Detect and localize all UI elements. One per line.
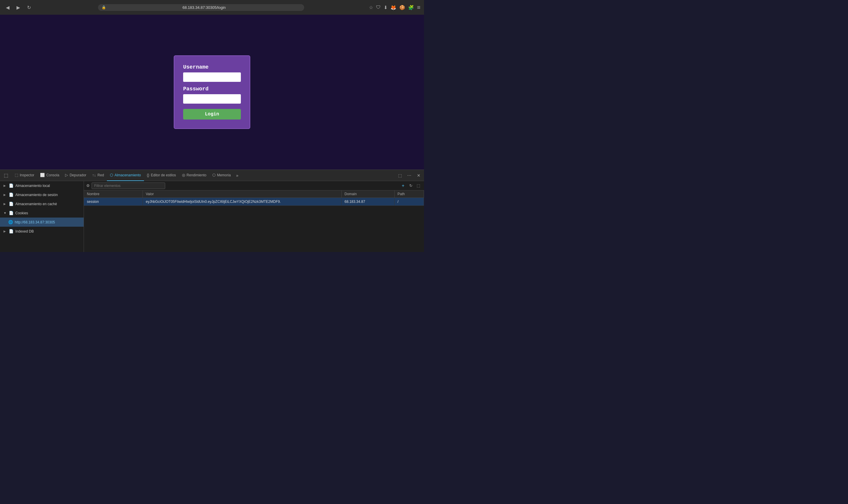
tab-network-label: Red [97,173,104,177]
tab-storage-label: Almacenamiento [114,173,141,177]
devtools-panel: ⬚ ⬚ Inspector ⬜ Consola ▷ Depurador ↑↓ R… [0,169,424,252]
download-icon[interactable]: ⬇ [384,5,387,10]
panel-toolbar: ⚙ + ↻ ⬚ [84,181,424,191]
tab-network[interactable]: ↑↓ Red [89,170,107,181]
sidebar-session-storage-label: Almacenamiento de sesión [15,193,58,197]
expand-arrow-icon: ▶ [3,230,7,233]
dock-button[interactable]: ⬚ [396,171,404,180]
devtools-responsive-btn[interactable]: ⬚ [1,171,11,180]
expand-arrow-icon: ▶ [3,184,7,187]
password-label: Password [183,86,241,92]
cache-storage-icon: 📄 [9,202,14,206]
username-label: Username [183,64,241,70]
menu-icon[interactable]: ≡ [417,4,420,11]
shield-icon[interactable]: 🛡 [376,5,381,10]
refresh-panel-button[interactable]: ↻ [408,182,414,189]
tab-style-label: Editor de estilos [151,173,176,177]
cell-path: / [395,198,424,205]
login-card: Username Password Login [174,55,250,129]
tab-debugger[interactable]: ▷ Depurador [62,170,89,181]
tab-performance-label: Rendimiento [187,173,206,177]
page-content: Username Password Login [0,15,424,169]
url-host: 68.183.34.87 [183,5,205,10]
cell-name: session [84,198,143,205]
filter-input[interactable] [92,182,165,189]
forward-button[interactable]: ▶ [14,3,22,12]
storage-icon: ⬡ [110,173,113,177]
close-devtools-button[interactable]: ✕ [415,171,423,180]
url-path: :30305/login [205,5,226,10]
login-button[interactable]: Login [183,109,241,120]
sidebar-item-session-storage[interactable]: ▶ 📄 Almacenamiento de sesión [0,190,84,199]
network-icon: ↑↓ [92,173,96,177]
password-input[interactable] [183,94,241,104]
devtools-right-actions: ⬚ ⋯ ✕ [396,171,423,180]
bookmark-icon[interactable]: ☆ [369,5,373,10]
extensions-icon[interactable]: 🧩 [408,5,414,10]
data-table: Nombre Valor Domain Path session eyJhbGc… [84,191,424,252]
refresh-button[interactable]: ↻ [25,3,33,12]
style-icon: {} [147,173,149,177]
back-button[interactable]: ◀ [3,3,12,12]
devtools-sidebar: ▶ 📄 Almacenamiento local ▶ 📄 Almacenamie… [0,181,84,252]
sidebar-cache-storage-label: Almacenamiento en caché [15,202,57,206]
header-value: Valor [143,191,342,198]
delete-entry-button[interactable]: ⬚ [415,182,422,189]
expand-arrow-cookies-icon: ▼ [3,211,7,215]
extension-cookie-icon[interactable]: 🍪 [399,5,405,10]
sidebar-cookies-url-label: http://68.183.34.87:30305 [15,220,55,224]
sidebar-item-cookies-url[interactable]: 🌐 http://68.183.34.87:30305 [0,218,84,227]
header-name: Nombre [84,191,143,198]
toolbar-right: ☆ 🛡 ⬇ 🦊 🍪 🧩 ≡ [369,4,420,11]
sidebar-local-storage-label: Almacenamiento local [15,184,50,188]
local-storage-icon: 📄 [9,183,14,188]
security-icon: 🔒 [102,5,106,10]
debugger-icon: ▷ [65,173,68,177]
session-storage-icon: 📄 [9,193,14,197]
tab-console[interactable]: ⬜ Consola [37,170,62,181]
cookies-url-icon: 🌐 [8,220,13,224]
console-icon: ⬜ [40,173,45,177]
devtools-tabs-bar: ⬚ ⬚ Inspector ⬜ Consola ▷ Depurador ↑↓ R… [0,170,424,181]
cookies-icon: 📄 [9,211,14,215]
settings-button[interactable]: ⋯ [405,171,413,180]
browser-chrome: ◀ ▶ ↻ 🔒 68.183.34.87:30305/login ☆ 🛡 ⬇ 🦊… [0,0,424,15]
add-entry-button[interactable]: + [400,182,406,189]
indexeddb-icon: 📄 [9,229,14,233]
tab-console-label: Consola [46,173,59,177]
tab-inspector[interactable]: ⬚ Inspector [12,170,37,181]
sidebar-indexeddb-label: Indexed DB [15,229,34,233]
tab-style-editor[interactable]: {} Editor de estilos [144,170,179,181]
extension-fox-icon[interactable]: 🦊 [391,5,396,10]
tab-storage[interactable]: ⬡ Almacenamiento [107,170,144,181]
tab-memory-label: Memoria [217,173,231,177]
username-input[interactable] [183,72,241,82]
cell-value: eyJhbGciOiJOT05FIiwidHlwIjoiSldUIn0.eyJp… [143,198,342,205]
memory-icon: ⬡ [212,173,216,177]
panel-toolbar-right: + ↻ ⬚ [400,182,422,189]
devtools-body: ▶ 📄 Almacenamiento local ▶ 📄 Almacenamie… [0,181,424,252]
sidebar-item-cache-storage[interactable]: ▶ 📄 Almacenamiento en caché [0,199,84,209]
sidebar-item-local-storage[interactable]: ▶ 📄 Almacenamiento local [0,181,84,190]
sidebar-cookies-label: Cookies [15,211,28,215]
url-display: 68.183.34.87:30305/login [108,5,301,10]
tab-debugger-label: Depurador [70,173,86,177]
table-row[interactable]: session eyJhbGciOiJOT05FIiwidHlwIjoiSldU… [84,198,424,206]
expand-arrow-icon: ▶ [3,202,7,205]
expand-arrow-icon: ▶ [3,193,7,196]
tab-performance[interactable]: ◎ Rendimiento [179,170,209,181]
tab-inspector-label: Inspector [20,173,34,177]
header-path: Path [395,191,424,198]
sidebar-item-cookies[interactable]: ▼ 📄 Cookies [0,209,84,218]
tab-memory[interactable]: ⬡ Memoria [209,170,234,181]
devtools-main-panel: ⚙ + ↻ ⬚ Nombre Valor Domain Path session [84,181,424,252]
filter-icon: ⚙ [86,183,90,188]
cell-domain: 68.183.34.87 [342,198,395,205]
sidebar-item-indexeddb[interactable]: ▶ 📄 Indexed DB [0,227,84,236]
inspector-icon: ⬚ [15,173,18,177]
performance-icon: ◎ [182,173,185,177]
address-bar[interactable]: 🔒 68.183.34.87:30305/login [98,4,304,11]
header-domain: Domain [342,191,395,198]
table-header: Nombre Valor Domain Path [84,191,424,198]
more-tabs-button[interactable]: » [234,173,241,178]
